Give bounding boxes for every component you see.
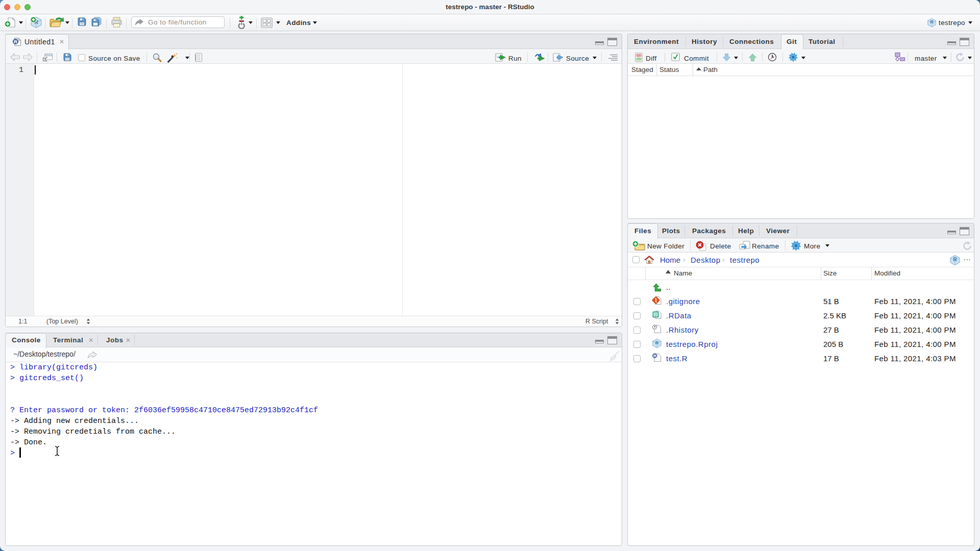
svg-text:R: R: [930, 19, 934, 24]
svg-text:R: R: [655, 340, 659, 345]
svg-text:R: R: [653, 354, 656, 358]
svg-text:R: R: [654, 312, 657, 317]
svg-text:R: R: [14, 39, 17, 44]
svg-text:R: R: [953, 257, 957, 262]
